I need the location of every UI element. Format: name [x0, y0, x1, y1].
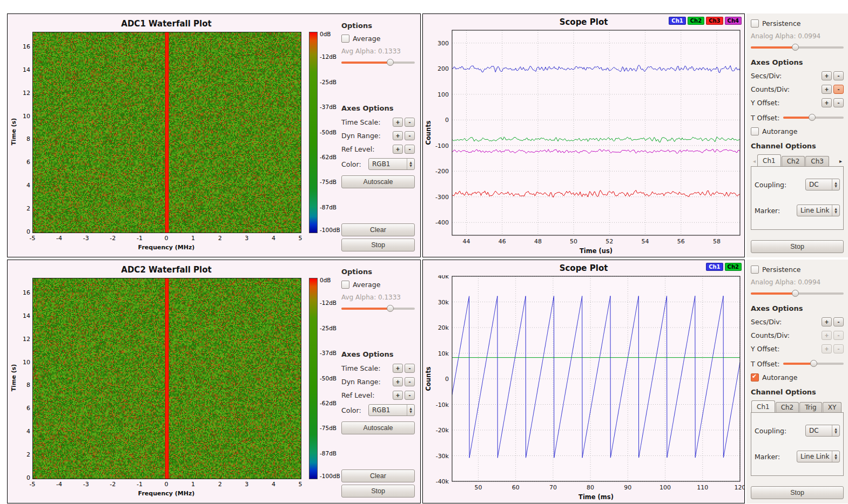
secs-div-plus-button[interactable]: + [822, 317, 832, 326]
tab-ch2[interactable]: Ch2 [782, 156, 805, 167]
spin-down-icon[interactable]: ▼ [834, 185, 837, 188]
ref-level-plus-button[interactable]: + [393, 145, 403, 154]
slider-handle[interactable] [809, 114, 816, 121]
color-select[interactable]: RGB1 ▲ ▼ [368, 158, 415, 170]
dyn-range-minus-button[interactable]: - [405, 131, 415, 140]
avg-alpha-slider[interactable] [341, 305, 415, 312]
persistence-checkbox[interactable] [751, 265, 759, 274]
spin-down-icon[interactable]: ▼ [834, 210, 837, 214]
time-scale-plus-button[interactable]: + [393, 118, 403, 127]
y-offset-minus-button[interactable]: - [833, 98, 844, 107]
analog-alpha-slider[interactable] [751, 290, 844, 297]
y-offset-plus-button[interactable]: + [822, 344, 832, 353]
marker-select[interactable]: Line Link ▲ ▼ [797, 451, 840, 462]
color-select[interactable]: RGB1 ▲ ▼ [368, 404, 415, 416]
y-offset-plus-button[interactable]: + [822, 98, 832, 107]
t-offset-slider[interactable] [783, 360, 844, 367]
spin-down-icon[interactable]: ▼ [834, 457, 837, 460]
tab-trig[interactable]: Trig [799, 402, 822, 413]
slider-handle[interactable] [792, 44, 799, 51]
spinner-icon[interactable]: ▲ ▼ [407, 405, 414, 416]
secs-div-minus-button[interactable]: - [833, 317, 844, 326]
legend-chip-ch1[interactable]: Ch1 [706, 263, 723, 271]
secs-div-minus-button[interactable]: - [833, 71, 844, 80]
spin-down-icon[interactable]: ▼ [834, 431, 837, 434]
slider-handle[interactable] [387, 59, 394, 66]
time-scale-minus-button[interactable]: - [405, 118, 415, 127]
ref-level-minus-button[interactable]: - [405, 145, 415, 154]
ref-level-plus-button[interactable]: + [393, 391, 403, 400]
axis-text: 50 [474, 484, 482, 491]
persistence-checkbox[interactable] [751, 19, 759, 28]
stop-button[interactable]: Stop [341, 485, 415, 498]
x-tick-label: 0 [165, 235, 169, 242]
waterfall-canvas[interactable] [32, 32, 301, 233]
slider-handle[interactable] [387, 305, 394, 312]
spinner-icon[interactable]: ▲ ▼ [832, 451, 839, 462]
legend-chip-ch2[interactable]: Ch2 [725, 263, 742, 271]
scope-plot-canvas[interactable]: 44464850525456583002001000-100-200-300-4… [423, 29, 744, 256]
scope-plot-canvas[interactable]: 506070809010011012040k30k20k10k0-10k-20k… [423, 275, 744, 502]
avg-alpha-slider[interactable] [341, 59, 415, 66]
legend-chip-ch2[interactable]: Ch2 [688, 17, 704, 25]
axis-text: 90 [624, 484, 631, 491]
counts-div-plus-button[interactable]: + [822, 85, 832, 94]
counts-div-minus-button[interactable]: - [833, 331, 844, 340]
x-axis-ticks: -5-4-3-2-1012345 [32, 235, 300, 242]
spinner-icon[interactable]: ▲ ▼ [407, 159, 414, 169]
spin-down-icon[interactable]: ▼ [409, 164, 412, 167]
dyn-range-minus-button[interactable]: - [405, 377, 415, 386]
persistence-row[interactable]: Persistence [751, 19, 844, 28]
secs-div-row: Secs/Div: + - [751, 71, 844, 80]
tab-ch2[interactable]: Ch2 [776, 402, 799, 413]
counts-div-minus-button[interactable]: - [833, 85, 844, 94]
spinner-icon[interactable]: ▲ ▼ [832, 205, 839, 216]
counts-div-plus-button[interactable]: + [822, 331, 832, 340]
tab-scroll-left-icon[interactable]: ◂ [751, 156, 757, 167]
time-scale-minus-button[interactable]: - [405, 364, 415, 373]
autorange-row[interactable]: Autorange [751, 127, 844, 135]
dyn-range-plus-button[interactable]: + [393, 377, 403, 386]
autorange-checkbox[interactable] [751, 373, 759, 382]
stop-button[interactable]: Stop [751, 486, 844, 499]
spinner-icon[interactable]: ▲ ▼ [832, 179, 839, 190]
tab-ch1[interactable]: Ch1 [751, 400, 775, 413]
tab-xy[interactable]: XY [823, 402, 842, 413]
average-row[interactable]: Average [341, 35, 415, 43]
marker-select[interactable]: Line Link ▲ ▼ [797, 205, 840, 216]
average-row[interactable]: Average [341, 281, 415, 289]
autoscale-button[interactable]: Autoscale [341, 421, 415, 434]
tab-ch1[interactable]: Ch1 [757, 154, 781, 167]
coupling-select[interactable]: DC ▲ ▼ [805, 425, 840, 437]
secs-div-plus-button[interactable]: + [822, 71, 832, 80]
time-scale-plus-button[interactable]: + [393, 364, 403, 373]
dyn-range-plus-button[interactable]: + [393, 131, 403, 140]
persistence-row[interactable]: Persistence [751, 265, 844, 274]
coupling-select[interactable]: DC ▲ ▼ [805, 179, 840, 190]
spinner-icon[interactable]: ▲ ▼ [832, 425, 839, 436]
ref-level-minus-button[interactable]: - [405, 391, 415, 400]
legend-chip-ch3[interactable]: Ch3 [706, 17, 723, 25]
legend-chip-ch1[interactable]: Ch1 [669, 17, 685, 25]
time-scale-row: Time Scale: + - [341, 118, 415, 127]
clear-button[interactable]: Clear [341, 223, 415, 236]
autoscale-button[interactable]: Autoscale [341, 175, 415, 188]
tab-ch3[interactable]: Ch3 [805, 156, 829, 167]
stop-button[interactable]: Stop [751, 240, 844, 253]
t-offset-slider[interactable] [783, 114, 844, 121]
autorange-checkbox[interactable] [751, 127, 759, 135]
clear-button[interactable]: Clear [341, 469, 415, 482]
slider-handle[interactable] [792, 290, 799, 297]
average-checkbox[interactable] [341, 281, 349, 289]
autorange-row[interactable]: Autorange [751, 373, 844, 382]
y-offset-minus-button[interactable]: - [833, 344, 844, 353]
average-checkbox[interactable] [341, 35, 349, 43]
tab-scroll-right-icon[interactable]: ▸ [838, 156, 844, 167]
stop-button[interactable]: Stop [341, 239, 415, 251]
analog-alpha-slider[interactable] [751, 44, 844, 51]
y-offset-label: Y Offset: [751, 345, 820, 353]
waterfall-canvas[interactable] [32, 278, 301, 479]
spin-down-icon[interactable]: ▼ [409, 410, 412, 413]
slider-handle[interactable] [810, 360, 817, 367]
legend-chip-ch4[interactable]: Ch4 [725, 17, 742, 25]
